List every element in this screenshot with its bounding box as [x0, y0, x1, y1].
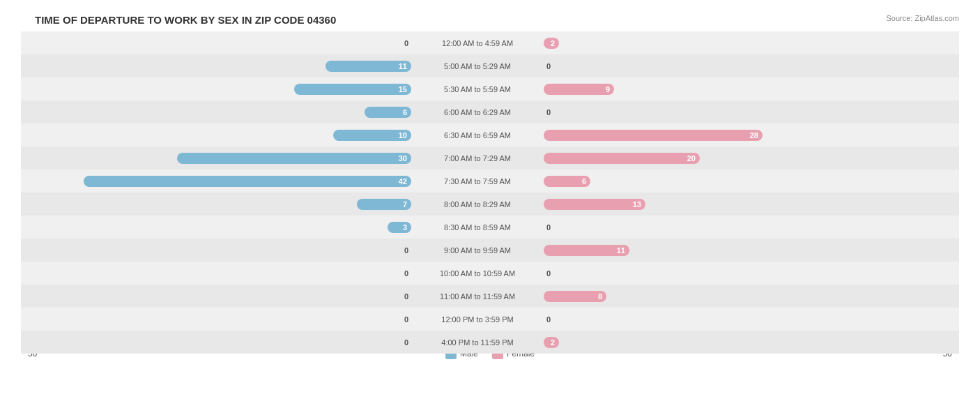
bar-row: 010:00 AM to 10:59 AM0: [21, 262, 959, 285]
female-bar: 6: [544, 176, 590, 187]
chart-title: TIME OF DEPARTURE TO WORK BY SEX IN ZIP …: [21, 14, 959, 26]
bar-row: 012:00 AM to 4:59 AM2: [21, 31, 959, 54]
time-label: 4:00 PM to 11:59 PM: [411, 338, 544, 347]
time-label: 8:30 AM to 8:59 AM: [411, 223, 544, 232]
female-bar: 9: [544, 84, 614, 95]
female-bar: 28: [544, 130, 763, 141]
female-bar: 13: [544, 199, 645, 210]
male-bar-value: 7: [403, 200, 407, 209]
male-bar-value: 42: [399, 177, 407, 186]
male-bar: 30: [177, 153, 411, 164]
female-value-outside: 0: [546, 315, 551, 324]
male-bar: 11: [326, 61, 411, 72]
right-section: 6: [544, 169, 959, 193]
bar-row: 106:30 AM to 6:59 AM28: [21, 123, 959, 146]
bar-row: 011:00 AM to 11:59 AM8: [21, 285, 959, 308]
female-bar-value: 13: [633, 200, 641, 209]
male-bar-value: 30: [399, 154, 407, 163]
right-section: 9: [544, 77, 959, 100]
female-bar: 2: [544, 38, 559, 49]
female-bar-value: 2: [551, 39, 555, 47]
left-section: 0: [21, 262, 411, 285]
female-value-outside: 0: [546, 108, 551, 116]
time-label: 12:00 AM to 4:59 AM: [411, 39, 544, 47]
bar-row: 115:00 AM to 5:29 AM0: [21, 54, 959, 77]
female-bar-value: 20: [687, 154, 696, 163]
male-bar-value: 6: [403, 108, 407, 116]
left-section: 15: [21, 77, 411, 100]
chart-container: TIME OF DEPARTURE TO WORK BY SEX IN ZIP …: [0, 0, 980, 415]
right-section: 2: [544, 331, 959, 354]
time-label: 6:30 AM to 6:59 AM: [411, 131, 544, 139]
time-label: 5:30 AM to 5:59 AM: [411, 85, 544, 93]
bar-row: 155:30 AM to 5:59 AM9: [21, 77, 959, 100]
left-section: 11: [21, 54, 411, 77]
right-section: 2: [544, 31, 959, 54]
left-section: 6: [21, 100, 411, 123]
male-value-outside: 0: [404, 338, 408, 347]
bar-row: 78:00 AM to 8:29 AM13: [21, 193, 959, 216]
male-value-outside: 0: [404, 269, 408, 278]
time-label: 5:00 AM to 5:29 AM: [411, 62, 544, 70]
right-section: 8: [544, 285, 959, 308]
left-section: 7: [21, 193, 411, 216]
bar-row: 38:30 AM to 8:59 AM0: [21, 216, 959, 239]
right-section: 13: [544, 193, 959, 216]
male-value-outside: 0: [404, 315, 408, 324]
time-label: 10:00 AM to 10:59 AM: [411, 269, 544, 278]
left-section: 30: [21, 146, 411, 169]
time-label: 8:00 AM to 8:29 AM: [411, 200, 544, 209]
right-section: 0: [544, 216, 959, 239]
male-bar: 10: [333, 130, 411, 141]
female-value-outside: 0: [546, 62, 551, 70]
female-bar: 2: [544, 337, 559, 348]
bar-row: 307:00 AM to 7:29 AM20: [21, 146, 959, 169]
right-section: 0: [544, 308, 959, 331]
left-section: 0: [21, 239, 411, 262]
male-bar: 42: [84, 176, 411, 187]
right-section: 0: [544, 262, 959, 285]
chart-body: 012:00 AM to 4:59 AM2115:00 AM to 5:29 A…: [21, 31, 959, 345]
female-bar-value: 9: [606, 85, 610, 93]
right-section: 0: [544, 100, 959, 123]
right-section: 11: [544, 239, 959, 262]
bar-row: 09:00 AM to 9:59 AM11: [21, 239, 959, 262]
female-bar-value: 2: [551, 338, 555, 347]
right-section: 0: [544, 54, 959, 77]
left-section: 3: [21, 216, 411, 239]
bar-row: 66:00 AM to 6:29 AM0: [21, 100, 959, 123]
female-bar-value: 8: [598, 292, 602, 301]
right-section: 28: [544, 123, 959, 146]
male-value-outside: 0: [404, 246, 408, 255]
male-bar: 15: [294, 84, 411, 95]
left-section: 0: [21, 285, 411, 308]
right-section: 20: [544, 146, 959, 169]
male-bar-value: 10: [399, 131, 407, 139]
left-section: 0: [21, 331, 411, 354]
time-label: 9:00 AM to 9:59 AM: [411, 246, 544, 255]
female-bar-value: 6: [582, 177, 586, 186]
time-label: 11:00 AM to 11:59 AM: [411, 292, 544, 301]
male-bar: 7: [357, 199, 411, 210]
female-bar: 8: [544, 291, 606, 302]
male-bar: 6: [365, 107, 411, 118]
time-label: 12:00 PM to 3:59 PM: [411, 315, 544, 324]
time-label: 6:00 AM to 6:29 AM: [411, 108, 544, 116]
male-bar: 3: [388, 222, 411, 233]
male-value-outside: 0: [404, 39, 408, 47]
bar-row: 427:30 AM to 7:59 AM6: [21, 169, 959, 193]
male-bar-value: 3: [403, 223, 407, 232]
bar-row: 012:00 PM to 3:59 PM0: [21, 308, 959, 331]
female-bar-value: 28: [750, 131, 758, 139]
left-section: 10: [21, 123, 411, 146]
bar-row: 04:00 PM to 11:59 PM2: [21, 331, 959, 354]
female-bar-value: 11: [617, 246, 625, 255]
male-value-outside: 0: [404, 292, 408, 301]
source-text: Source: ZipAtlas.com: [886, 14, 959, 22]
left-section: 0: [21, 308, 411, 331]
male-bar-value: 11: [399, 62, 407, 70]
male-bar-value: 15: [399, 85, 407, 93]
female-bar: 20: [544, 153, 700, 164]
female-value-outside: 0: [546, 269, 551, 278]
time-label: 7:30 AM to 7:59 AM: [411, 177, 544, 186]
